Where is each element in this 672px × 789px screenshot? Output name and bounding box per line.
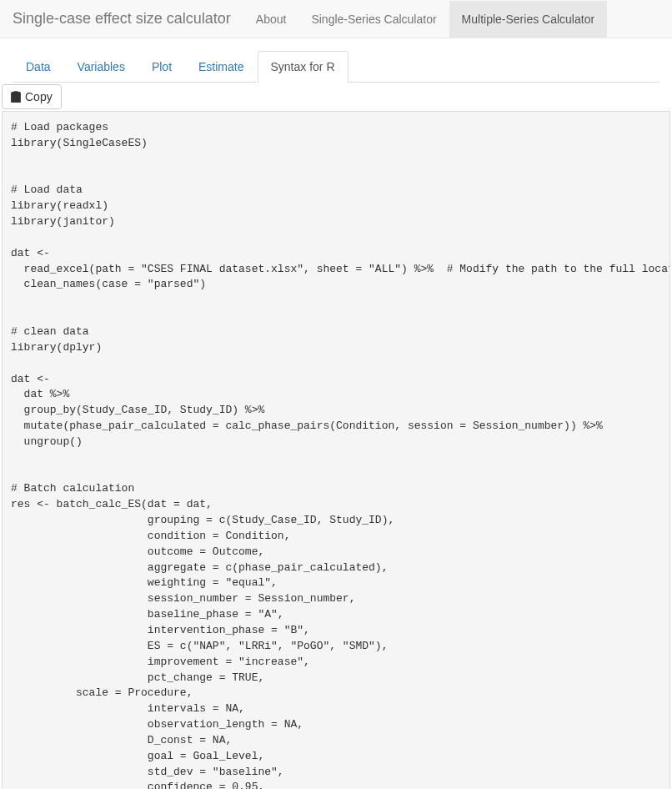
app-title: Single-case effect size calculator <box>0 0 243 38</box>
clipboard-icon <box>11 91 21 103</box>
r-syntax-code: # Load packages library(SingleCaseES) # … <box>2 111 670 789</box>
copy-button-row: Copy <box>0 83 672 109</box>
copy-button[interactable]: Copy <box>2 84 62 109</box>
tab-plot[interactable]: Plot <box>138 51 185 83</box>
sub-tabs: Data Variables Plot Estimate Syntax for … <box>13 51 659 83</box>
tab-data[interactable]: Data <box>13 51 64 83</box>
tab-content: Copy # Load packages library(SingleCaseE… <box>0 83 672 789</box>
svg-rect-3 <box>12 93 20 103</box>
copy-button-label: Copy <box>25 90 53 103</box>
tab-syntax-for-r[interactable]: Syntax for R <box>258 51 349 83</box>
tab-estimate[interactable]: Estimate <box>185 51 257 83</box>
nav-item-about[interactable]: About <box>243 1 299 38</box>
nav-item-single-series[interactable]: Single-Series Calculator <box>298 1 449 38</box>
tab-variables[interactable]: Variables <box>64 51 138 83</box>
top-navbar: Single-case effect size calculator About… <box>0 0 672 38</box>
nav-item-multiple-series[interactable]: Multiple-Series Calculator <box>449 1 608 38</box>
